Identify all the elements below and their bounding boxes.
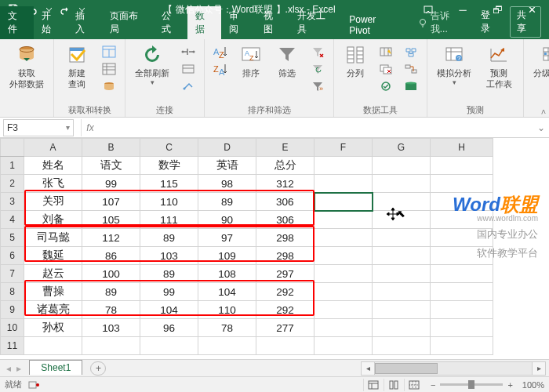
cell[interactable] [431,337,493,355]
cell[interactable]: 89 [140,229,198,247]
cell[interactable]: 89 [82,283,140,301]
cell[interactable]: 总分 [256,157,314,175]
remove-duplicates-icon[interactable] [376,61,395,77]
cell[interactable]: 诸葛亮 [24,301,82,319]
cell[interactable]: 78 [82,301,140,319]
cell[interactable]: 数学 [140,157,198,175]
view-normal-icon[interactable] [363,379,384,391]
hscroll-track[interactable] [375,361,532,376]
hscroll-left[interactable]: ◂ [361,361,375,376]
cell[interactable]: 姓名 [24,157,82,175]
share-button[interactable]: 共享 [510,6,541,38]
cell[interactable] [314,211,373,229]
cell[interactable] [314,247,373,265]
chevron-down-icon[interactable]: ▾ [66,123,70,132]
cell[interactable] [373,265,431,283]
cell[interactable] [373,283,431,301]
cell[interactable]: 115 [140,175,198,193]
cell[interactable] [373,193,431,211]
recent-sources-icon[interactable] [100,78,118,94]
cell[interactable] [373,157,431,175]
cell[interactable] [314,283,373,301]
cell[interactable] [431,157,493,175]
tab-home[interactable]: 开始 [34,6,67,39]
flash-fill-icon[interactable] [376,44,395,60]
row-6[interactable]: 6 [1,247,24,265]
cell[interactable] [373,319,431,337]
cell[interactable]: 105 [82,211,140,229]
cell[interactable]: 97 [198,229,256,247]
cell[interactable]: 语文 [82,157,140,175]
cell[interactable]: 78 [198,319,256,337]
sheet-tab-sheet1[interactable]: Sheet1 [29,360,82,375]
tell-me[interactable]: 告诉我... [405,6,473,39]
cell[interactable]: 99 [140,283,198,301]
cell[interactable]: 306 [256,211,314,229]
row-4[interactable]: 4 [1,211,24,229]
cell[interactable] [314,175,373,193]
col-G[interactable]: G [373,139,431,157]
row-9[interactable]: 9 [1,301,24,319]
col-C[interactable]: C [140,139,198,157]
get-external-data-button[interactable]: 获取 外部数据 [5,42,49,91]
row-3[interactable]: 3 [1,193,24,211]
from-table-icon[interactable] [100,61,118,77]
view-pagelayout-icon[interactable] [384,379,404,391]
text-to-columns-button[interactable]: 分列 [339,42,372,80]
cell[interactable]: 110 [140,193,198,211]
zoom-in-button[interactable]: + [507,380,512,390]
add-sheet-button[interactable]: + [90,361,106,376]
clear-filter-icon[interactable] [308,44,327,60]
row-11[interactable]: 11 [1,337,24,355]
cell[interactable]: 104 [140,301,198,319]
cell[interactable] [431,175,493,193]
cell[interactable]: 111 [140,211,198,229]
cell[interactable] [314,229,373,247]
col-E[interactable]: E [256,139,314,157]
row-7[interactable]: 7 [1,265,24,283]
cell[interactable] [373,301,431,319]
cell[interactable] [314,301,373,319]
cell[interactable]: 89 [198,193,256,211]
cell[interactable]: 110 [198,301,256,319]
new-query-button[interactable]: 新建 查询 [59,42,95,91]
row-10[interactable]: 10 [1,319,24,337]
cell[interactable]: 312 [256,175,314,193]
cell[interactable] [314,337,373,355]
cell[interactable]: 100 [82,265,140,283]
cell[interactable] [198,337,256,355]
zoom-level[interactable]: 100% [522,380,544,390]
cell[interactable]: 98 [198,175,256,193]
row-2[interactable]: 2 [1,175,24,193]
cell[interactable]: 103 [140,247,198,265]
cell[interactable] [82,337,140,355]
row-5[interactable]: 5 [1,229,24,247]
relationships-icon[interactable] [402,61,420,77]
tab-nav-icons[interactable]: ◂ ▸ [0,363,29,374]
cell[interactable]: 孙权 [24,319,82,337]
manage-data-model-icon[interactable] [402,78,420,94]
whatif-button[interactable]: ? 模拟分析 ▾ [432,42,476,88]
row-1[interactable]: 1 [1,157,24,175]
grid[interactable]: A B C D E F G H 1 姓名 语文 数学 英语 总分 2 张飞991… [0,138,493,355]
cell[interactable]: 112 [82,229,140,247]
cell[interactable]: 90 [198,211,256,229]
sort-asc-icon[interactable]: AZ [211,44,230,60]
cell[interactable]: 109 [198,247,256,265]
hscroll-thumb[interactable] [375,363,438,374]
cell[interactable]: 张飞 [24,175,82,193]
selected-cell[interactable] [314,193,373,211]
cell[interactable]: 277 [256,319,314,337]
cell[interactable]: 292 [256,301,314,319]
cell[interactable]: 107 [82,193,140,211]
cell[interactable] [373,247,431,265]
cell[interactable] [373,211,431,229]
name-box[interactable]: F3 ▾ [3,119,74,136]
cell[interactable] [314,157,373,175]
tab-file[interactable]: 文件 [0,6,34,39]
cell[interactable]: 103 [82,319,140,337]
fx-button[interactable]: fx [82,122,99,133]
cell[interactable] [373,175,431,193]
hscroll-right[interactable]: ▸ [532,361,546,376]
cell[interactable] [373,229,431,247]
